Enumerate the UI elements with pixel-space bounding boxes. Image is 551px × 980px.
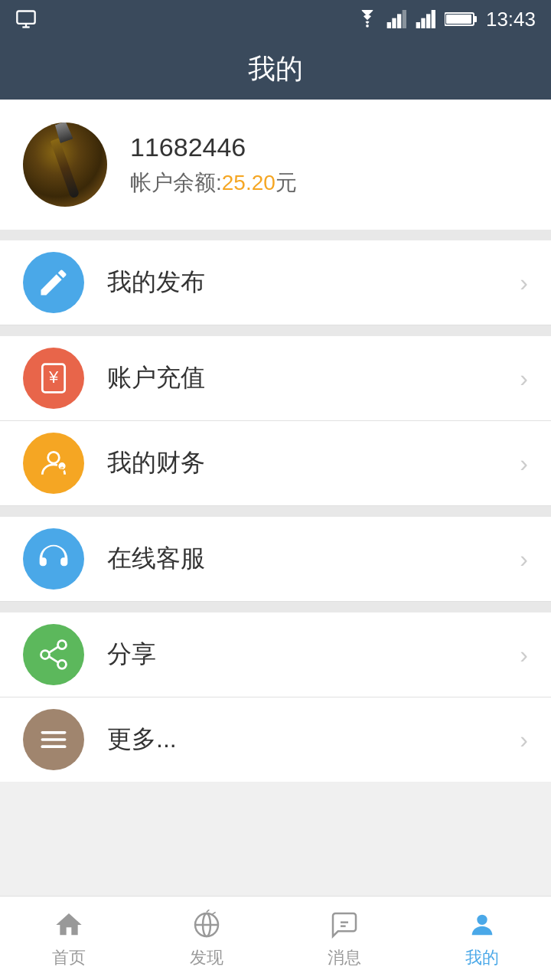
svg-rect-11 — [432, 10, 435, 28]
messages-tab-label: 消息 — [328, 946, 361, 969]
svg-rect-0 — [17, 11, 34, 24]
my-publish-label: 我的发布 — [107, 266, 520, 299]
balance-label: 帐户余额: — [130, 171, 222, 194]
status-right: 13:43 — [356, 8, 536, 31]
svg-rect-7 — [403, 10, 406, 28]
discover-icon — [191, 910, 222, 940]
section-divider-3 — [0, 506, 551, 517]
menu-group: 我的发布 › ¥ 账户充值 › $ 我的财务 › — [0, 240, 551, 782]
svg-point-21 — [41, 651, 50, 659]
more-icon-wrap — [23, 709, 84, 770]
balance-suffix: 元 — [276, 171, 297, 194]
status-bar: 13:43 — [0, 0, 551, 38]
svg-line-32 — [212, 912, 216, 914]
recharge-label: 账户充值 — [107, 361, 520, 395]
battery-icon — [445, 10, 478, 28]
bottom-space — [0, 782, 551, 896]
signal1-icon — [386, 10, 408, 28]
svg-point-3 — [366, 24, 369, 28]
svg-rect-25 — [41, 731, 67, 734]
status-time: 13:43 — [486, 8, 536, 31]
svg-rect-26 — [41, 738, 67, 741]
yuan-icon: ¥ — [37, 361, 70, 395]
user-id: 11682446 — [130, 132, 297, 162]
balance-amount: 25.20 — [222, 171, 276, 194]
headset-icon — [37, 542, 70, 576]
home-icon — [54, 910, 84, 940]
my-publish-arrow: › — [520, 269, 528, 297]
svg-rect-6 — [397, 14, 401, 28]
signal2-icon — [416, 10, 437, 28]
recharge-icon-wrap: ¥ — [23, 348, 84, 409]
svg-rect-4 — [387, 22, 391, 28]
svg-point-17 — [48, 452, 60, 463]
svg-rect-9 — [421, 18, 425, 28]
more-label: 更多... — [107, 723, 520, 756]
page-header: 我的 — [0, 38, 551, 100]
balance-row: 帐户余额:25.20元 — [130, 168, 297, 198]
service-arrow: › — [520, 545, 528, 573]
status-left — [15, 8, 37, 30]
tab-bar: 首页 发现 消息 — [0, 896, 551, 980]
svg-point-35 — [477, 914, 487, 924]
menu-item-service[interactable]: 在线客服 › — [0, 517, 551, 601]
service-icon-wrap — [23, 528, 84, 590]
wifi-icon — [356, 10, 379, 28]
share-icon-wrap — [23, 624, 84, 685]
profile-info: 11682446 帐户余额:25.20元 — [130, 132, 297, 198]
screen-icon — [15, 8, 37, 30]
finance-icon: $ — [37, 446, 70, 480]
profile-section: 11682446 帐户余额:25.20元 — [0, 100, 551, 230]
discover-tab-icon — [190, 908, 223, 942]
mine-icon — [467, 910, 497, 940]
svg-rect-13 — [474, 16, 477, 22]
share-arrow: › — [520, 641, 528, 669]
tab-messages[interactable]: 消息 — [276, 897, 413, 980]
svg-rect-8 — [416, 22, 420, 28]
recharge-arrow: › — [520, 364, 528, 393]
svg-rect-5 — [392, 18, 396, 28]
svg-text:¥: ¥ — [48, 368, 59, 387]
section-divider-2 — [0, 325, 551, 336]
svg-line-24 — [49, 656, 58, 662]
home-tab-label: 首页 — [52, 946, 86, 969]
svg-line-31 — [207, 910, 209, 912]
messages-tab-icon — [328, 908, 361, 942]
finance-icon-wrap: $ — [23, 433, 84, 494]
menu-item-finance[interactable]: $ 我的财务 › — [0, 421, 551, 505]
svg-rect-14 — [446, 15, 471, 24]
avatar[interactable] — [23, 122, 107, 207]
mine-tab-icon — [465, 908, 499, 942]
svg-rect-27 — [41, 745, 67, 748]
finance-label: 我的财务 — [107, 446, 520, 480]
svg-text:$: $ — [60, 466, 64, 473]
section-divider-1 — [0, 230, 551, 240]
menu-item-share[interactable]: 分享 › — [0, 612, 551, 697]
svg-rect-10 — [426, 14, 430, 28]
tab-home[interactable]: 首页 — [0, 897, 138, 980]
mine-tab-label: 我的 — [465, 946, 499, 969]
edit-icon — [37, 266, 70, 299]
more-arrow: › — [520, 726, 528, 754]
home-tab-icon — [52, 908, 86, 942]
finance-arrow: › — [520, 449, 528, 478]
page-title: 我的 — [248, 51, 303, 88]
avatar-image — [23, 122, 107, 207]
discover-tab-label: 发现 — [190, 946, 223, 969]
svg-point-22 — [58, 660, 67, 668]
section-divider-4 — [0, 602, 551, 612]
service-label: 在线客服 — [107, 542, 520, 576]
share-icon — [37, 638, 70, 671]
menu-item-my-publish[interactable]: 我的发布 › — [0, 240, 551, 325]
svg-point-20 — [58, 641, 67, 649]
menu-item-recharge[interactable]: ¥ 账户充值 › — [0, 336, 551, 420]
tab-discover[interactable]: 发现 — [138, 897, 276, 980]
tab-mine[interactable]: 我的 — [413, 897, 551, 980]
menu-item-more[interactable]: 更多... › — [0, 697, 551, 782]
messages-icon — [329, 910, 360, 940]
share-label: 分享 — [107, 638, 520, 671]
svg-line-23 — [49, 647, 58, 653]
my-publish-icon-wrap — [23, 252, 84, 313]
menu-icon — [37, 723, 70, 756]
